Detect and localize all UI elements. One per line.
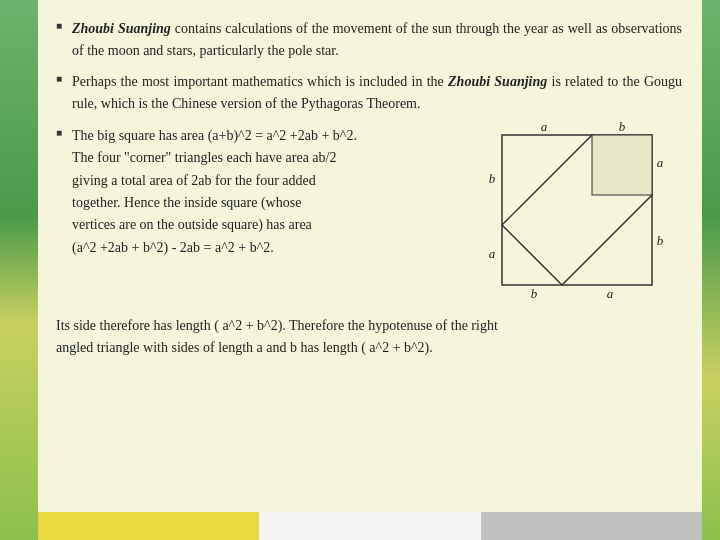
label-left-b: b: [489, 171, 496, 186]
label-bottom-a: a: [607, 286, 614, 301]
line-4: together. Hence the inside square (whose: [72, 192, 472, 214]
bullet-symbol-3: ■: [56, 127, 72, 309]
label-top-b: b: [619, 119, 626, 134]
bullet-text-1: Zhoubi Suanjing contains calculations of…: [72, 18, 682, 61]
bullet-symbol-2: ■: [56, 73, 72, 84]
bullet-2: ■ Perhaps the most important mathematics…: [56, 71, 682, 114]
label-top-a: a: [541, 119, 548, 134]
bottom-line-2: angled triangle with sides of length a a…: [56, 337, 682, 359]
left-decorative-bar: [0, 0, 38, 540]
right-decorative-bar: [702, 0, 720, 540]
section-3: ■ The big square has area (a+b)^2 = a^2 …: [56, 125, 682, 309]
bottom-text: Its side therefore has length ( a^2 + b^…: [56, 315, 682, 360]
line-2: The four "corner" triangles each have ar…: [72, 147, 472, 169]
label-right-a: a: [657, 155, 664, 170]
svg-rect-2: [592, 135, 652, 195]
title-zhoubi-1: Zhoubi Suanjing: [72, 21, 171, 36]
label-right-b: b: [657, 233, 664, 248]
text-content-2a: Perhaps the most important mathematics w…: [72, 74, 448, 89]
label-bottom-b: b: [531, 286, 538, 301]
strip-white: [259, 512, 480, 540]
line-1: The big square has area (a+b)^2 = a^2 +2…: [72, 125, 472, 147]
strip-yellow: [38, 512, 259, 540]
line-3: giving a total area of 2ab for the four …: [72, 170, 472, 192]
main-content: ■ Zhoubi Suanjing contains calculations …: [38, 0, 702, 540]
strip-gray: [481, 512, 702, 540]
pythagoras-diagram: a b b a a b b a: [482, 115, 672, 305]
bottom-line-1: Its side therefore has length ( a^2 + b^…: [56, 315, 682, 337]
label-left-a: a: [489, 246, 496, 261]
diagram-area: a b b a a b b a: [482, 115, 682, 309]
bullet-symbol-1: ■: [56, 20, 72, 31]
section-3-text: The big square has area (a+b)^2 = a^2 +2…: [72, 125, 482, 309]
line-5: vertices are on the outside square) has …: [72, 214, 472, 236]
title-zhoubi-2: Zhoubi Suanjing: [448, 74, 547, 89]
bullet-1: ■ Zhoubi Suanjing contains calculations …: [56, 18, 682, 61]
bullet-text-2: Perhaps the most important mathematics w…: [72, 71, 682, 114]
bottom-strip: [38, 512, 702, 540]
line-6: (a^2 +2ab + b^2) - 2ab = a^2 + b^2.: [72, 237, 472, 259]
